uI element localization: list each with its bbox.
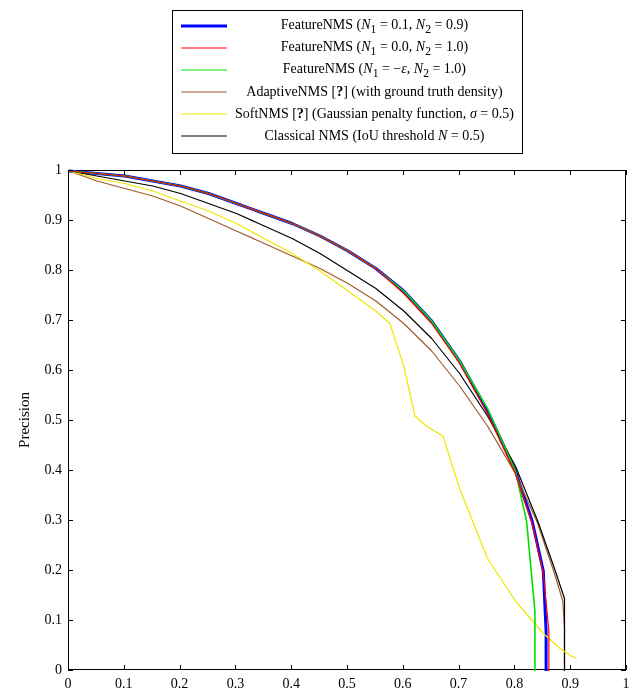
series-curve: [69, 171, 565, 671]
xtick-label: 0.1: [115, 676, 133, 692]
xtick-label: 0.8: [506, 676, 524, 692]
legend-label: AdaptiveNMS [?] (with ground truth densi…: [235, 84, 514, 100]
legend-swatch: [181, 103, 227, 125]
legend-swatch: [181, 37, 227, 59]
legend-label: FeatureNMS (N1 = 0.1, N2 = 0.9): [235, 17, 514, 36]
legend-swatch: [181, 59, 227, 81]
legend-label: SoftNMS [?] (Gaussian penalty function, …: [235, 106, 514, 122]
xtick-label: 0.6: [394, 676, 412, 692]
legend-row: FeatureNMS (N1 = 0.1, N2 = 0.9): [181, 15, 514, 37]
ytick-label: 0.9: [45, 212, 63, 228]
plot-area: [68, 170, 626, 670]
ytick-label: 0.2: [45, 562, 63, 578]
xtick-label: 0.4: [282, 676, 300, 692]
legend-label: FeatureNMS (N1 = −ε, N2 = 1.0): [235, 61, 514, 80]
xtick-label: 0.3: [227, 676, 245, 692]
legend-swatch: [181, 125, 227, 147]
xtick-label: 0.9: [561, 676, 579, 692]
legend: FeatureNMS (N1 = 0.1, N2 = 0.9)FeatureNM…: [172, 10, 523, 154]
ytick-label: 0.7: [45, 312, 63, 328]
ytick-label: 0.4: [45, 462, 63, 478]
series-curve: [69, 171, 535, 671]
y-axis-label: Precision: [16, 392, 33, 448]
legend-row: Classical NMS (IoU threshold N = 0.5): [181, 125, 514, 147]
ytick-label: 0.5: [45, 412, 63, 428]
ytick-label: 0.3: [45, 512, 63, 528]
ytick-label: 1: [55, 162, 62, 178]
series-curve: [69, 171, 549, 671]
legend-label: FeatureNMS (N1 = 0.0, N2 = 1.0): [235, 39, 514, 58]
legend-row: SoftNMS [?] (Gaussian penalty function, …: [181, 103, 514, 125]
xtick-label: 1: [623, 676, 630, 692]
ytick-label: 0: [55, 662, 62, 678]
curves-svg: [69, 171, 627, 671]
legend-label: Classical NMS (IoU threshold N = 0.5): [235, 128, 514, 144]
legend-row: AdaptiveNMS [?] (with ground truth densi…: [181, 81, 514, 103]
ytick-label: 0.1: [45, 612, 63, 628]
xtick-label: 0.5: [338, 676, 356, 692]
series-curve: [69, 171, 577, 659]
legend-swatch: [181, 15, 227, 37]
xtick-label: 0.7: [450, 676, 468, 692]
series-curve: [69, 171, 546, 671]
xtick-label: 0: [65, 676, 72, 692]
legend-row: FeatureNMS (N1 = 0.0, N2 = 1.0): [181, 37, 514, 59]
xtick-label: 0.2: [171, 676, 189, 692]
legend-swatch: [181, 81, 227, 103]
legend-row: FeatureNMS (N1 = −ε, N2 = 1.0): [181, 59, 514, 81]
chart-page: 00.10.20.30.40.50.60.70.80.91 00.10.20.3…: [0, 0, 640, 697]
ytick-label: 0.6: [45, 362, 63, 378]
ytick-label: 0.8: [45, 262, 63, 278]
